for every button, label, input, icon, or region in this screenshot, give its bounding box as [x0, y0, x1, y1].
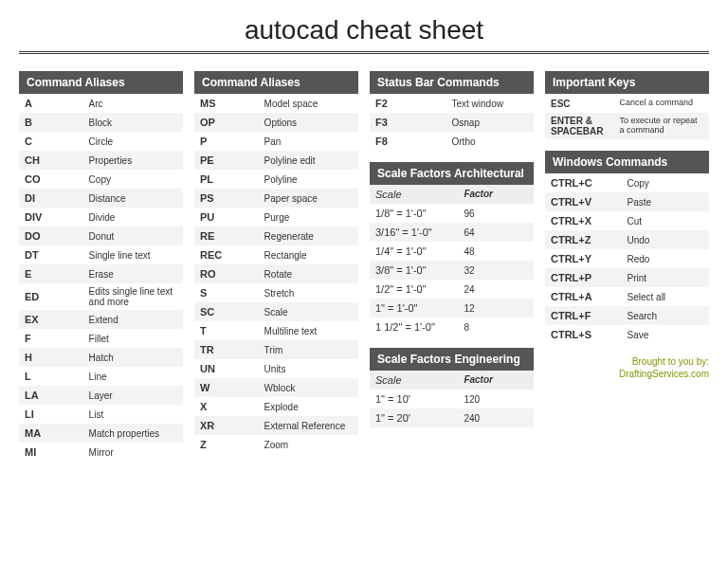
table-row: CTRL+CCopy: [545, 173, 709, 192]
table-row: FFillet: [19, 329, 183, 348]
block-windows: Windows Commands CTRL+CCopyCTRL+VPasteCT…: [545, 151, 709, 344]
cell-value: Cut: [628, 216, 704, 227]
cell-value: Explode: [264, 402, 353, 412]
cell-value: 24: [464, 284, 528, 295]
cell-value: 120: [464, 394, 528, 405]
cell-value: Single line text: [89, 250, 177, 261]
table-row: CTRL+ASelect all: [545, 287, 709, 306]
cell-key: MA: [25, 427, 89, 439]
cell-key: F: [25, 333, 89, 344]
table-row: RERegenerate: [194, 227, 358, 245]
table-row: DIVDivide: [19, 208, 183, 227]
header-scale-eng: Scale Factors Engineering: [370, 348, 534, 371]
table-row: EXExtend: [19, 310, 183, 329]
cell-key: 1" = 10': [375, 393, 464, 405]
cell-value: To execute or repeat a command: [619, 117, 703, 136]
table-row: HHatch: [19, 348, 183, 367]
table-row: CCircle: [19, 132, 183, 151]
table-row: 1" = 10'120: [370, 390, 534, 408]
header-windows: Windows Commands: [545, 151, 709, 173]
cell-value: 32: [464, 265, 528, 276]
cell-key: SC: [200, 306, 264, 317]
cell-key: 3/8" = 1'-0": [375, 264, 464, 276]
block-scale-arch: Scale Factors Architectural Scale Factor…: [370, 162, 534, 336]
table-row: ESCCancel a command: [545, 94, 709, 113]
cell-value: Copy: [628, 178, 704, 189]
table-row: F8Ortho: [370, 132, 534, 151]
cell-key: Z: [200, 439, 264, 450]
table-row: 1/8" = 1'-0"96: [370, 204, 534, 223]
cell-key: DI: [25, 192, 89, 204]
cell-value: Arc: [89, 99, 177, 109]
table-row: AArc: [19, 94, 183, 113]
table-row: WWblock: [194, 378, 358, 397]
cell-value: Model space: [264, 99, 353, 109]
table-row: 1/4" = 1'-0"48: [370, 242, 534, 261]
table-row: OPOptions: [194, 113, 358, 132]
cell-value: Erase: [89, 269, 177, 280]
table-row: XExplode: [194, 397, 358, 416]
cell-key: TR: [200, 344, 264, 355]
rows-scale-eng: 1" = 10'1201" = 20'240: [370, 390, 534, 427]
cell-key: P: [200, 136, 264, 147]
table-row: CTRL+PPrint: [545, 268, 709, 287]
table-row: PEPolyline edit: [194, 151, 358, 170]
cell-key: CO: [25, 173, 89, 185]
cell-key: CTRL+V: [551, 196, 628, 208]
cell-key: A: [25, 98, 89, 109]
cell-value: 64: [464, 227, 528, 238]
rows-statusbar: F2Text windowF3OsnapF8Ortho: [370, 94, 534, 151]
cell-value: Layer: [89, 390, 177, 401]
cell-value: 96: [464, 208, 528, 219]
table-row: DODonut: [19, 227, 183, 245]
cell-value: Distance: [89, 193, 177, 204]
table-row: CTRL+YRedo: [545, 249, 709, 268]
footer-line2: DraftingServices.com: [619, 369, 709, 379]
cell-key: DO: [25, 230, 89, 242]
table-row: CTRL+XCut: [545, 211, 709, 230]
table-row: SStretch: [194, 283, 358, 302]
cell-value: Line: [89, 372, 177, 382]
cell-key: CTRL+X: [551, 215, 628, 227]
table-row: 1" = 20'240: [370, 408, 534, 427]
cell-value: Text window: [452, 99, 529, 109]
cell-value: Polyline edit: [264, 155, 353, 166]
cell-key: S: [200, 287, 264, 299]
table-row: RECRectangle: [194, 245, 358, 264]
col-4: Important Keys ESCCancel a commandENTER …: [545, 71, 709, 380]
cell-value: Stretch: [264, 288, 353, 299]
cell-value: Search: [628, 311, 704, 321]
cell-value: 240: [464, 413, 528, 424]
table-row: PUPurge: [194, 208, 358, 227]
cell-key: CTRL+Z: [551, 234, 628, 245]
header-scale-arch: Scale Factors Architectural: [370, 162, 534, 185]
cell-key: CTRL+S: [551, 329, 628, 340]
table-row: CTRL+ZUndo: [545, 230, 709, 249]
table-row: DIDistance: [19, 189, 183, 208]
cell-key: CTRL+A: [551, 291, 628, 302]
table-row: 3/8" = 1'-0"32: [370, 261, 534, 280]
cell-key: MI: [25, 446, 89, 458]
table-row: ZZoom: [194, 435, 358, 454]
block-aliases-2: Command Aliases MSModel spaceOPOptionsPP…: [194, 71, 358, 454]
cell-value: Ortho: [452, 136, 529, 147]
cell-value: 48: [464, 246, 528, 257]
footer-credit: Brought to you by: DraftingServices.com: [545, 355, 709, 380]
cell-key: CTRL+P: [551, 272, 628, 283]
table-row: BBlock: [19, 113, 183, 132]
cell-value: Properties: [89, 155, 177, 166]
cell-value: Paper space: [264, 193, 353, 204]
header-statusbar: Status Bar Commands: [370, 71, 534, 94]
cell-key: L: [25, 371, 89, 382]
columns: Command Aliases AArcBBlockCCircleCHPrope…: [19, 71, 709, 473]
block-statusbar: Status Bar Commands F2Text windowF3Osnap…: [370, 71, 534, 151]
table-row: UNUnits: [194, 359, 358, 378]
cell-value: Copy: [89, 174, 177, 185]
header-aliases-1: Command Aliases: [19, 71, 183, 94]
cell-value: Polyline: [264, 174, 353, 185]
cell-value: Hatch: [89, 353, 177, 363]
cell-key: RE: [200, 230, 264, 242]
table-row: CTRL+VPaste: [545, 192, 709, 211]
header-aliases-2: Command Aliases: [194, 71, 358, 94]
table-row: MSModel space: [194, 94, 358, 113]
